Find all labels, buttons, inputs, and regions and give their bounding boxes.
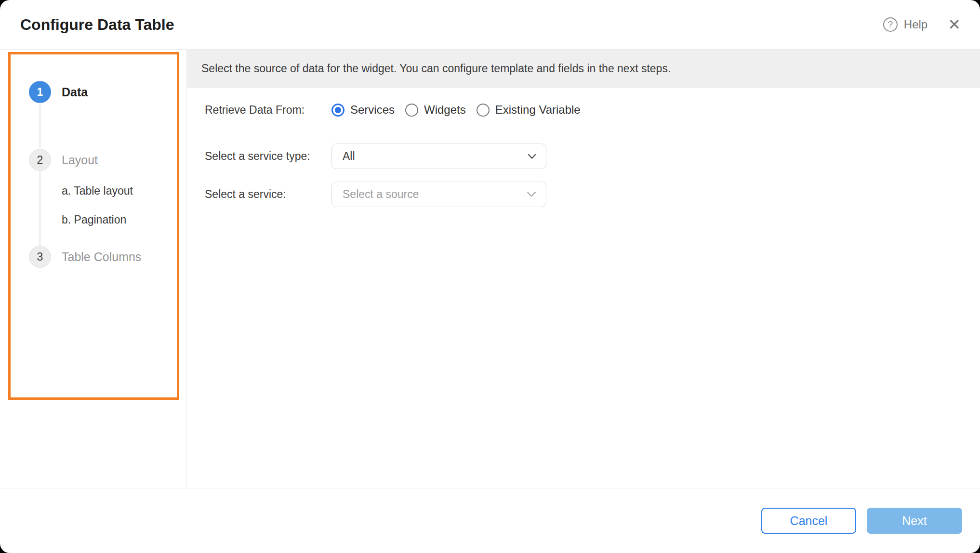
radio-option-existing-variable[interactable]: Existing Variable: [477, 103, 585, 117]
step-1-number: 1: [37, 86, 43, 99]
step-2-circle[interactable]: 2: [29, 149, 51, 171]
service-type-selected-value: All: [343, 150, 355, 163]
chevron-down-icon: [527, 191, 536, 198]
help-link[interactable]: Help: [904, 18, 927, 31]
chevron-down-icon: [528, 154, 536, 159]
main-content: Select the source of data for the widget…: [187, 50, 980, 488]
data-source-form: Retrieve Data From: Services Widgets: [187, 88, 980, 207]
service-select[interactable]: Select a source: [331, 182, 546, 207]
retrieve-data-from-row: Retrieve Data From: Services Widgets: [205, 103, 980, 117]
radio-existing-variable[interactable]: [477, 104, 490, 117]
radio-services[interactable]: [331, 104, 344, 117]
sidebar-item-table-layout[interactable]: a. Table layout: [62, 184, 133, 198]
dialog-footer: Cancel Next: [0, 488, 980, 553]
info-banner: Select the source of data for the widget…: [187, 50, 980, 88]
header-actions: ? Help ✕: [883, 17, 961, 32]
service-type-row: Select a service type: All: [205, 144, 980, 169]
close-icon[interactable]: ✕: [948, 17, 961, 32]
dialog-body: 1 Data 2 Layout a. Table layout b. Pagin…: [0, 50, 980, 488]
radio-option-widgets[interactable]: Widgets: [405, 103, 471, 117]
radio-services-label: Services: [350, 103, 395, 117]
dialog-header: Configure Data Table ? Help ✕: [0, 0, 980, 50]
help-icon[interactable]: ?: [883, 17, 898, 32]
sidebar-item-data[interactable]: Data: [62, 85, 88, 99]
question-mark-glyph: ?: [888, 19, 893, 30]
service-select-placeholder: Select a source: [343, 188, 419, 201]
radio-existing-variable-label: Existing Variable: [495, 103, 581, 117]
step-2-number: 2: [37, 154, 43, 167]
service-label: Select a service:: [205, 188, 331, 201]
sidebar-item-layout[interactable]: Layout: [62, 153, 98, 167]
service-row: Select a service: Select a source: [205, 182, 980, 207]
step-1-circle[interactable]: 1: [29, 81, 51, 103]
retrieve-data-from-label: Retrieve Data From:: [205, 104, 331, 117]
steps-sidebar: 1 Data 2 Layout a. Table layout b. Pagin…: [0, 50, 187, 488]
service-type-select[interactable]: All: [331, 144, 546, 169]
sidebar-item-pagination[interactable]: b. Pagination: [62, 213, 126, 226]
step-3-number: 3: [37, 250, 43, 263]
step-3-circle[interactable]: 3: [29, 246, 51, 268]
page-title: Configure Data Table: [20, 16, 174, 34]
radio-widgets[interactable]: [405, 104, 418, 117]
configure-data-table-dialog: Configure Data Table ? Help ✕ 1 Data 2 L…: [0, 0, 980, 553]
radio-option-services[interactable]: Services: [331, 103, 399, 117]
step-connector-2: [40, 171, 40, 246]
cancel-button[interactable]: Cancel: [761, 508, 856, 534]
next-button[interactable]: Next: [867, 508, 962, 534]
service-type-label: Select a service type:: [205, 150, 331, 163]
retrieve-data-from-radio-group: Services Widgets Existing Variable: [331, 103, 591, 117]
sidebar-item-table-columns[interactable]: Table Columns: [62, 250, 141, 264]
radio-widgets-label: Widgets: [424, 103, 466, 117]
step-connector-1: [40, 105, 40, 148]
